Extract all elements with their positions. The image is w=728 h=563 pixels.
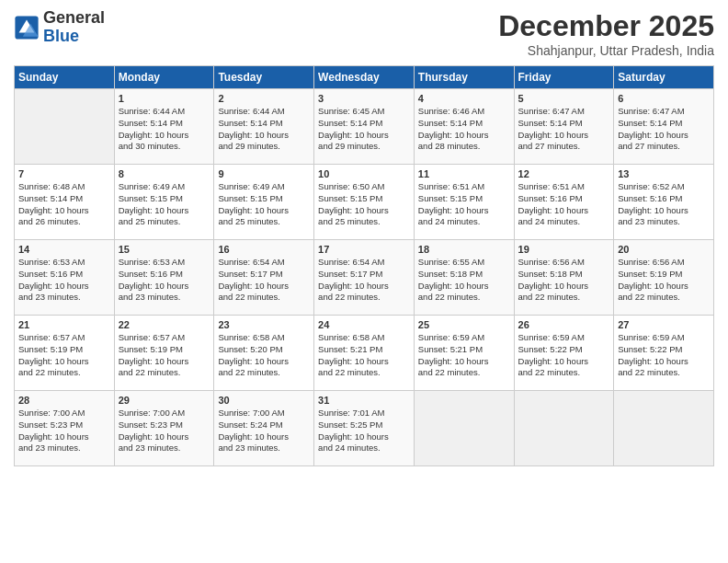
calendar-cell: 29Sunrise: 7:00 AM Sunset: 5:23 PM Dayli… <box>114 391 214 466</box>
calendar-title: December 2025 <box>498 9 714 43</box>
day-number: 12 <box>518 168 610 179</box>
day-number: 18 <box>418 244 510 255</box>
day-number: 14 <box>18 244 110 255</box>
day-info: Sunrise: 6:59 AM Sunset: 5:21 PM Dayligh… <box>418 332 510 379</box>
calendar-cell: 19Sunrise: 6:56 AM Sunset: 5:18 PM Dayli… <box>514 240 614 316</box>
calendar-cell: 3Sunrise: 6:45 AM Sunset: 5:14 PM Daylig… <box>314 89 415 165</box>
calendar-cell: 20Sunrise: 6:56 AM Sunset: 5:19 PM Dayli… <box>614 240 714 316</box>
calendar-header-row: SundayMondayTuesdayWednesdayThursdayFrid… <box>15 66 714 89</box>
day-number: 21 <box>18 319 110 330</box>
week-row-4: 21Sunrise: 6:57 AM Sunset: 5:19 PM Dayli… <box>15 316 714 391</box>
column-header-wednesday: Wednesday <box>314 66 415 89</box>
day-info: Sunrise: 6:44 AM Sunset: 5:14 PM Dayligh… <box>119 106 210 153</box>
day-info: Sunrise: 6:54 AM Sunset: 5:17 PM Dayligh… <box>318 257 410 304</box>
calendar-cell: 14Sunrise: 6:53 AM Sunset: 5:16 PM Dayli… <box>15 240 115 316</box>
calendar-cell: 9Sunrise: 6:49 AM Sunset: 5:15 PM Daylig… <box>214 165 314 240</box>
day-info: Sunrise: 6:54 AM Sunset: 5:17 PM Dayligh… <box>218 257 310 304</box>
day-number: 24 <box>318 319 410 330</box>
calendar-cell: 21Sunrise: 6:57 AM Sunset: 5:19 PM Dayli… <box>15 316 115 391</box>
calendar-cell: 7Sunrise: 6:48 AM Sunset: 5:14 PM Daylig… <box>15 165 115 240</box>
week-row-5: 28Sunrise: 7:00 AM Sunset: 5:23 PM Dayli… <box>15 391 714 466</box>
calendar-cell: 5Sunrise: 6:47 AM Sunset: 5:14 PM Daylig… <box>514 89 614 165</box>
calendar-cell: 10Sunrise: 6:50 AM Sunset: 5:15 PM Dayli… <box>314 165 415 240</box>
title-block: December 2025 Shahjanpur, Uttar Pradesh,… <box>498 9 714 58</box>
day-info: Sunrise: 6:56 AM Sunset: 5:18 PM Dayligh… <box>518 257 610 304</box>
day-info: Sunrise: 7:01 AM Sunset: 5:25 PM Dayligh… <box>318 408 410 454</box>
day-info: Sunrise: 6:59 AM Sunset: 5:22 PM Dayligh… <box>518 332 610 379</box>
day-number: 7 <box>18 168 110 179</box>
day-info: Sunrise: 6:46 AM Sunset: 5:14 PM Dayligh… <box>418 106 510 153</box>
calendar-cell: 28Sunrise: 7:00 AM Sunset: 5:23 PM Dayli… <box>15 391 115 466</box>
day-number: 19 <box>518 244 610 255</box>
day-info: Sunrise: 6:44 AM Sunset: 5:14 PM Dayligh… <box>218 106 310 153</box>
week-row-3: 14Sunrise: 6:53 AM Sunset: 5:16 PM Dayli… <box>15 240 714 316</box>
calendar-cell: 6Sunrise: 6:47 AM Sunset: 5:14 PM Daylig… <box>614 89 714 165</box>
week-row-1: 1Sunrise: 6:44 AM Sunset: 5:14 PM Daylig… <box>15 89 714 165</box>
calendar-cell: 31Sunrise: 7:01 AM Sunset: 5:25 PM Dayli… <box>314 391 415 466</box>
day-number: 27 <box>618 319 710 330</box>
day-number: 8 <box>119 168 210 179</box>
day-info: Sunrise: 6:49 AM Sunset: 5:15 PM Dayligh… <box>218 181 310 228</box>
day-number: 1 <box>119 93 210 104</box>
calendar-cell: 24Sunrise: 6:58 AM Sunset: 5:21 PM Dayli… <box>314 316 415 391</box>
column-header-friday: Friday <box>514 66 614 89</box>
calendar-cell: 25Sunrise: 6:59 AM Sunset: 5:21 PM Dayli… <box>414 316 514 391</box>
day-number: 13 <box>618 168 710 179</box>
day-number: 23 <box>218 319 310 330</box>
day-info: Sunrise: 6:58 AM Sunset: 5:20 PM Dayligh… <box>218 332 310 379</box>
day-info: Sunrise: 7:00 AM Sunset: 5:23 PM Dayligh… <box>119 408 210 454</box>
day-number: 9 <box>218 168 310 179</box>
calendar-cell: 13Sunrise: 6:52 AM Sunset: 5:16 PM Dayli… <box>614 165 714 240</box>
day-number: 20 <box>618 244 710 255</box>
day-info: Sunrise: 6:51 AM Sunset: 5:15 PM Dayligh… <box>418 181 510 228</box>
day-number: 2 <box>218 93 310 104</box>
calendar-table: SundayMondayTuesdayWednesdayThursdayFrid… <box>14 65 714 466</box>
column-header-saturday: Saturday <box>614 66 714 89</box>
day-number: 5 <box>518 93 610 104</box>
column-header-thursday: Thursday <box>414 66 514 89</box>
calendar-cell: 11Sunrise: 6:51 AM Sunset: 5:15 PM Dayli… <box>414 165 514 240</box>
day-info: Sunrise: 6:52 AM Sunset: 5:16 PM Dayligh… <box>618 181 710 228</box>
day-info: Sunrise: 6:50 AM Sunset: 5:15 PM Dayligh… <box>318 181 410 228</box>
logo-text: General Blue <box>43 9 105 46</box>
logo: General Blue <box>14 9 105 46</box>
day-number: 10 <box>318 168 410 179</box>
calendar-cell: 17Sunrise: 6:54 AM Sunset: 5:17 PM Dayli… <box>314 240 415 316</box>
day-info: Sunrise: 6:53 AM Sunset: 5:16 PM Dayligh… <box>18 257 110 304</box>
day-info: Sunrise: 6:56 AM Sunset: 5:19 PM Dayligh… <box>618 257 710 304</box>
calendar-cell <box>414 391 514 466</box>
day-info: Sunrise: 6:53 AM Sunset: 5:16 PM Dayligh… <box>119 257 210 304</box>
column-header-tuesday: Tuesday <box>214 66 314 89</box>
calendar-cell: 18Sunrise: 6:55 AM Sunset: 5:18 PM Dayli… <box>414 240 514 316</box>
day-number: 15 <box>119 244 210 255</box>
calendar-cell: 30Sunrise: 7:00 AM Sunset: 5:24 PM Dayli… <box>214 391 314 466</box>
calendar-cell: 27Sunrise: 6:59 AM Sunset: 5:22 PM Dayli… <box>614 316 714 391</box>
calendar-cell: 15Sunrise: 6:53 AM Sunset: 5:16 PM Dayli… <box>114 240 214 316</box>
logo-icon <box>14 15 40 40</box>
day-info: Sunrise: 6:47 AM Sunset: 5:14 PM Dayligh… <box>518 106 610 153</box>
day-number: 17 <box>318 244 410 255</box>
column-header-monday: Monday <box>114 66 214 89</box>
day-number: 26 <box>518 319 610 330</box>
calendar-cell <box>614 391 714 466</box>
day-number: 29 <box>119 395 210 406</box>
day-info: Sunrise: 7:00 AM Sunset: 5:23 PM Dayligh… <box>18 408 110 454</box>
column-header-sunday: Sunday <box>15 66 115 89</box>
day-info: Sunrise: 6:49 AM Sunset: 5:15 PM Dayligh… <box>119 181 210 228</box>
calendar-cell: 23Sunrise: 6:58 AM Sunset: 5:20 PM Dayli… <box>214 316 314 391</box>
day-number: 30 <box>218 395 310 406</box>
day-info: Sunrise: 6:51 AM Sunset: 5:16 PM Dayligh… <box>518 181 610 228</box>
day-number: 3 <box>318 93 410 104</box>
day-info: Sunrise: 6:57 AM Sunset: 5:19 PM Dayligh… <box>18 332 110 379</box>
calendar-cell: 16Sunrise: 6:54 AM Sunset: 5:17 PM Dayli… <box>214 240 314 316</box>
calendar-cell: 12Sunrise: 6:51 AM Sunset: 5:16 PM Dayli… <box>514 165 614 240</box>
calendar-cell: 2Sunrise: 6:44 AM Sunset: 5:14 PM Daylig… <box>214 89 314 165</box>
day-number: 31 <box>318 395 410 406</box>
day-number: 22 <box>119 319 210 330</box>
calendar-cell <box>514 391 614 466</box>
calendar-cell: 26Sunrise: 6:59 AM Sunset: 5:22 PM Dayli… <box>514 316 614 391</box>
day-info: Sunrise: 6:58 AM Sunset: 5:21 PM Dayligh… <box>318 332 410 379</box>
day-info: Sunrise: 6:48 AM Sunset: 5:14 PM Dayligh… <box>18 181 110 228</box>
day-number: 25 <box>418 319 510 330</box>
day-info: Sunrise: 7:00 AM Sunset: 5:24 PM Dayligh… <box>218 408 310 454</box>
